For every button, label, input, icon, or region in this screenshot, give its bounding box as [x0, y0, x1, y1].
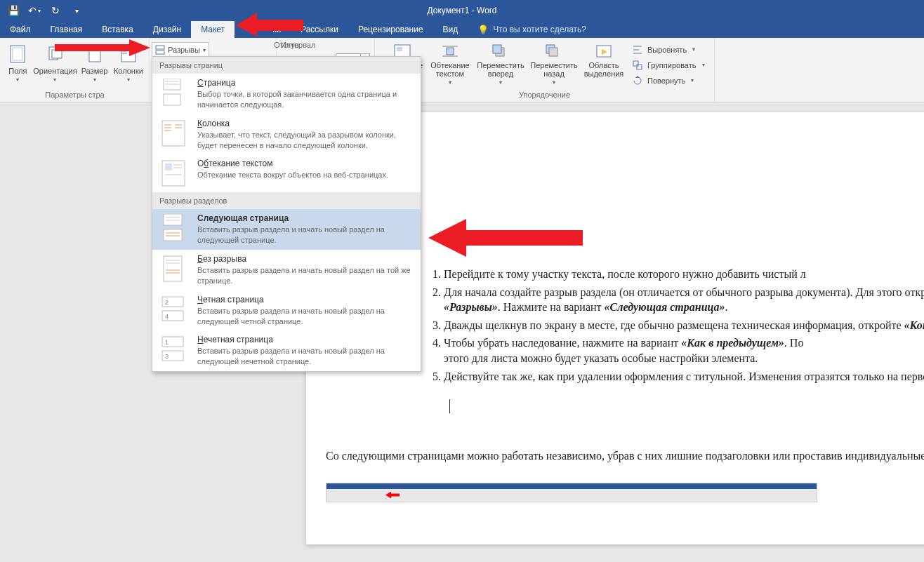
menu-item-title: Четная страница	[197, 295, 414, 305]
svg-marker-66	[55, 39, 150, 56]
chevron-down-icon: ▾	[203, 47, 206, 53]
instruction-list: Перейдите к тому участку текста, после к…	[430, 267, 924, 384]
svg-marker-67	[428, 219, 583, 257]
menu-item-column-break[interactable]: КолонкаУказывает, что текст, следующий з…	[152, 114, 421, 155]
ribbon-tabs: Файл Главная Вставка Дизайн Макет ки Рас…	[0, 21, 924, 38]
bring-forward-label: Переместить вперед	[475, 61, 527, 78]
svg-marker-30	[635, 76, 640, 78]
menu-item-desc: Вставить разрыв раздела и начать новый р…	[197, 265, 414, 286]
send-backward-label: Переместить назад	[528, 61, 580, 78]
tab-home[interactable]: Главная	[41, 21, 93, 38]
menu-item-text-wrapping-break[interactable]: Обтекание текстомОбтекание текста вокруг…	[152, 154, 421, 192]
menu-item-desc: Вставить разрыв раздела и начать новый р…	[197, 346, 414, 367]
tab-view[interactable]: Вид	[433, 21, 468, 38]
undo-icon: ↶	[28, 5, 37, 16]
tab-insert[interactable]: Вставка	[92, 21, 143, 38]
svg-text:4: 4	[165, 313, 169, 320]
annotation-arrow-next-page	[428, 219, 583, 257]
menu-item-continuous[interactable]: Без разрываВставить разрыв раздела и нач…	[152, 250, 421, 290]
breaks-icon	[155, 45, 165, 55]
bring-forward-button[interactable]: Переместить вперед ▾	[475, 40, 527, 89]
chevron-down-icon: ▾	[75, 7, 79, 15]
bring-forward-icon	[491, 43, 510, 60]
save-button[interactable]: 💾	[4, 1, 22, 20]
menu-item-title: Нечетная страница	[197, 335, 414, 344]
title-bar: 💾 ↶▾ ↻ ▾ Документ1 - Word	[0, 0, 924, 21]
chevron-down-icon: ▾	[553, 79, 555, 86]
chevron-down-icon: ▾	[127, 76, 130, 83]
breaks-button[interactable]: Разрывы ▾	[152, 42, 209, 58]
rotate-label: Повернуть	[647, 76, 685, 85]
page-break-icon	[159, 78, 187, 107]
group-objects-label: Группировать	[647, 61, 697, 69]
tab-file[interactable]: Файл	[0, 21, 41, 38]
chevron-down-icon: ▾	[38, 8, 41, 14]
wrap-text-icon	[440, 43, 460, 60]
undo-button[interactable]: ↶▾	[25, 1, 44, 20]
chevron-down-icon: ▾	[16, 76, 19, 83]
group-label-arrange: Упорядочение	[379, 89, 710, 102]
svg-rect-22	[549, 48, 557, 56]
align-icon	[632, 44, 643, 55]
quick-access-toolbar: 💾 ↶▾ ↻ ▾	[0, 1, 86, 20]
interval-label: Интервал	[281, 39, 370, 53]
chevron-down-icon: ▾	[691, 77, 694, 83]
menu-item-desc: Вставить разрыв раздела и начать новый р…	[197, 225, 414, 246]
tab-review[interactable]: Рецензирование	[348, 21, 433, 38]
menu-item-page-break[interactable]: СтраницаВыбор точки, в которой заканчива…	[152, 74, 421, 114]
chevron-down-icon: ▾	[499, 79, 502, 86]
svg-rect-12	[156, 46, 164, 49]
svg-rect-42	[165, 163, 172, 170]
send-backward-button[interactable]: Переместить назад ▾	[528, 40, 580, 89]
menu-item-desc: Выбор точки, в которой заканчивается одн…	[197, 89, 414, 110]
menu-item-even-page[interactable]: 24 Четная страницаВставить разрыв раздел…	[152, 290, 421, 331]
columns-label: Колонки	[114, 67, 143, 75]
send-backward-icon	[544, 43, 564, 60]
save-icon: 💾	[8, 5, 20, 16]
align-label: Выровнять	[647, 46, 687, 54]
document-workspace[interactable]: Перейдите к тому участку текста, после к…	[0, 102, 924, 562]
svg-marker-65	[236, 13, 303, 36]
breaks-label: Разрывы	[168, 46, 200, 54]
list-item: Перейдите к тому участку текста, после к…	[444, 267, 924, 282]
margins-button[interactable]: Поля ▾	[4, 40, 32, 89]
size-label: Размер	[81, 67, 108, 75]
qat-customize[interactable]: ▾	[67, 1, 86, 20]
list-item: Дважды щелкнув по экрану в месте, где об…	[444, 318, 924, 333]
redo-icon: ↻	[51, 5, 60, 16]
wrap-text-button[interactable]: Обтекание текстом ▾	[427, 40, 473, 89]
menu-item-next-page[interactable]: Следующая страницаВставить разрыв раздел…	[152, 209, 421, 250]
svg-rect-16	[447, 48, 454, 55]
svg-rect-47	[164, 229, 182, 241]
menu-item-odd-page[interactable]: 13 Нечетная страницаВставить разрыв разд…	[152, 330, 421, 371]
svg-text:2: 2	[165, 299, 169, 306]
menu-item-title: Страница	[197, 78, 414, 88]
chevron-down-icon: ▾	[702, 62, 705, 68]
svg-rect-28	[633, 61, 638, 66]
selection-pane-label: Область выделения	[581, 61, 626, 78]
lightbulb-icon: 💡	[477, 25, 489, 35]
column-break-icon	[159, 119, 187, 148]
selection-pane-button[interactable]: Область выделения	[581, 40, 626, 89]
annotation-arrow-tab	[236, 10, 303, 36]
odd-page-icon: 13	[159, 335, 187, 364]
list-item: Действуйте так же, как при удалении офор…	[444, 369, 924, 384]
svg-text:1: 1	[165, 339, 169, 346]
svg-text:3: 3	[165, 353, 169, 360]
rotate-button[interactable]: Повернуть ▾	[628, 73, 709, 88]
group-icon	[632, 60, 643, 71]
rotate-icon	[632, 75, 643, 86]
svg-rect-29	[637, 65, 642, 69]
menu-item-title: Обтекание текстом	[197, 159, 388, 168]
redo-button[interactable]: ↻	[46, 1, 65, 20]
orientation-label: Ориентация	[33, 67, 77, 75]
next-page-icon	[159, 213, 187, 243]
tab-design[interactable]: Дизайн	[143, 21, 191, 38]
align-button[interactable]: Выровнять ▾	[628, 42, 709, 58]
list-item: Чтобы убрать наследование, нажмите на ва…	[444, 335, 924, 366]
group-objects-button[interactable]: Группировать ▾	[628, 58, 709, 73]
tab-layout[interactable]: Макет	[191, 21, 235, 38]
breaks-dropdown: Разрывы страниц СтраницаВыбор точки, в к…	[152, 56, 421, 372]
tell-me-search[interactable]: 💡 Что вы хотите сделать?	[468, 21, 586, 38]
margins-label: Поля	[8, 67, 27, 75]
